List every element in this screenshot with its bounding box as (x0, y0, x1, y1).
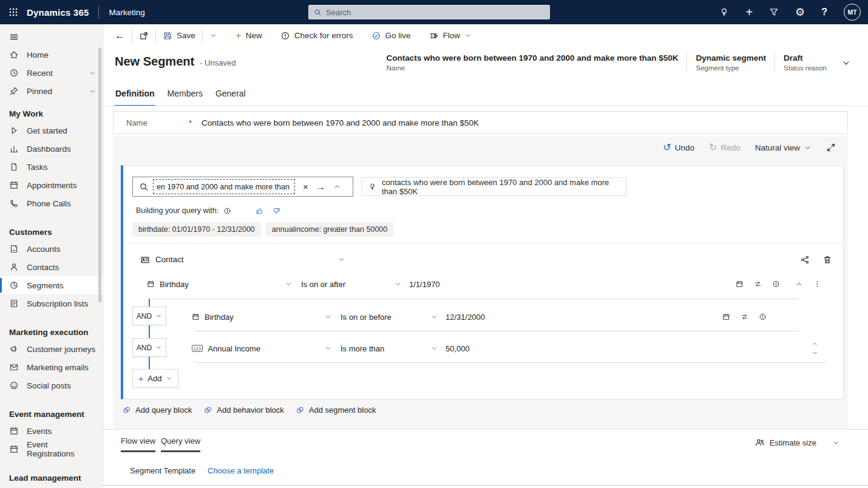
user-avatar[interactable]: MT (844, 4, 861, 21)
collapse-row-button[interactable] (790, 280, 808, 288)
tab-definition[interactable]: Definition (115, 86, 155, 106)
switch-value-type-button[interactable] (735, 313, 753, 320)
stepper-up-button[interactable] (812, 341, 818, 347)
operator-selector[interactable]: Is on or before (341, 312, 392, 321)
operator-dropdown-chevron[interactable] (430, 313, 438, 320)
megaphone-icon (9, 344, 19, 354)
condition-value[interactable]: 12/31/2000 (446, 312, 485, 321)
sidebar-item-segments[interactable]: Segments (0, 276, 103, 294)
field-dropdown-chevron[interactable] (324, 313, 332, 320)
insights-button[interactable] (719, 7, 729, 17)
field-name: Birthday (205, 312, 234, 321)
entity-name[interactable]: Contact (155, 255, 184, 264)
chevron-down-icon[interactable] (89, 87, 97, 95)
go-live-button[interactable]: Go live (365, 24, 418, 47)
sidebar-item-marketing-emails[interactable]: Marketing emails (0, 358, 103, 376)
collapse-search-button[interactable] (333, 183, 341, 191)
sidebar-item-home[interactable]: Home (0, 46, 103, 64)
sidebar-item-contacts[interactable]: Contacts (0, 258, 103, 276)
sidebar-item-event-registrations[interactable]: Event Registrations (0, 440, 103, 458)
segment-designer: ↺ Undo ↻ Redo Natural view × → (113, 137, 848, 429)
name-field-value[interactable]: Contacts who were born between 1970 and … (202, 118, 479, 127)
field-selector[interactable]: 123 Annual Income (192, 344, 260, 353)
help-button[interactable]: ? (821, 7, 827, 17)
add-query-block-button[interactable]: Add query block (123, 405, 192, 415)
estimate-size-button[interactable]: Estimate size (755, 438, 840, 447)
stepper-down-button[interactable] (812, 350, 818, 356)
global-search[interactable] (308, 5, 550, 19)
sidebar-item-events[interactable]: Events (0, 422, 103, 440)
save-menu-button[interactable] (203, 24, 224, 47)
field-selector[interactable]: Birthday (147, 279, 189, 288)
row-info-button[interactable] (767, 280, 785, 288)
back-button[interactable]: ← (108, 24, 132, 47)
filter-button[interactable] (769, 7, 779, 17)
info-icon[interactable] (223, 207, 231, 215)
nl-query-input[interactable] (153, 179, 295, 194)
expand-icon (826, 143, 836, 152)
sidebar-item-accounts[interactable]: Accounts (0, 240, 103, 258)
condition-value[interactable]: 50,000 (446, 344, 470, 353)
field-dropdown-chevron[interactable] (324, 344, 332, 352)
settings-button[interactable]: ⚙ (795, 7, 805, 18)
query-view-tab[interactable]: Query view (161, 436, 200, 452)
sidebar-item-phone-calls[interactable]: Phone Calls (0, 194, 103, 212)
sidebar-item-get-started[interactable]: Get started (0, 121, 103, 140)
thumbs-up-button[interactable] (256, 207, 263, 215)
add-condition-button[interactable]: + Add (132, 369, 178, 388)
operator-selector[interactable]: Is more than (341, 344, 384, 353)
sidebar-item-social-posts[interactable]: Social posts (0, 376, 103, 395)
sidebar-item-appointments[interactable]: Appointments (0, 176, 103, 194)
add-behavior-block-button[interactable]: Add behavior block (204, 405, 284, 415)
logical-operator-dropdown[interactable]: AND (132, 338, 166, 357)
add-segment-block-button[interactable]: Add segment block (296, 405, 376, 415)
row-info-button[interactable] (753, 313, 771, 320)
app-name[interactable]: Marketing (109, 8, 144, 17)
operator-dropdown-chevron[interactable] (430, 344, 438, 352)
save-button[interactable]: Save (156, 24, 202, 47)
sidebar-scrollbar[interactable] (98, 47, 101, 302)
view-mode-dropdown[interactable]: Natural view (750, 143, 816, 152)
submit-query-button[interactable]: → (316, 182, 325, 191)
field-selector[interactable]: Birthday (192, 312, 234, 321)
open-in-new-window-button[interactable] (132, 24, 155, 47)
sidebar-item-recent[interactable]: Recent (0, 64, 103, 82)
check-for-errors-button[interactable]: Check for errors (274, 24, 360, 47)
operator-selector[interactable]: Is on or after (301, 279, 345, 288)
thumbs-down-button[interactable] (273, 207, 280, 215)
date-picker-button[interactable] (717, 313, 735, 320)
global-search-input[interactable] (326, 8, 544, 17)
choose-template-link[interactable]: Choose a template (208, 466, 274, 475)
relationship-button[interactable] (800, 255, 810, 265)
entity-dropdown-button[interactable] (337, 256, 345, 263)
chevron-down-icon[interactable] (89, 69, 97, 77)
field-dropdown-chevron[interactable] (285, 280, 293, 288)
redo-button[interactable]: ↻ Redo (704, 143, 745, 152)
condition-value[interactable]: 1/1/1970 (409, 279, 440, 288)
row-more-button[interactable] (808, 280, 826, 288)
logical-operator-dropdown[interactable]: AND (132, 307, 166, 325)
chevron-down-icon (324, 344, 332, 352)
flow-button[interactable]: Flow (422, 24, 480, 47)
sidebar-item-subscription-lists[interactable]: Subscription lists (0, 294, 103, 313)
tab-general[interactable]: General (215, 86, 246, 106)
sidebar-item-tasks[interactable]: Tasks (0, 158, 103, 176)
flow-view-tab[interactable]: Flow view (121, 436, 155, 452)
quick-create-button[interactable]: + (745, 6, 753, 18)
clear-query-button[interactable]: × (303, 182, 308, 191)
expand-designer-button[interactable] (821, 143, 841, 152)
waffle-menu-button[interactable] (0, 0, 27, 24)
sidebar-item-customer-journeys[interactable]: Customer journeys (0, 340, 103, 358)
tab-members[interactable]: Members (167, 86, 203, 106)
date-picker-button[interactable] (730, 280, 748, 288)
sidebar-item-dashboards[interactable]: Dashboards (0, 140, 103, 158)
delete-block-button[interactable] (822, 255, 832, 265)
undo-button[interactable]: ↺ Undo (658, 143, 699, 152)
sidebar-item-pinned[interactable]: Pinned (0, 82, 103, 100)
switch-value-type-button[interactable] (748, 280, 767, 288)
header-expand-button[interactable] (841, 58, 851, 68)
new-button[interactable]: + New (229, 24, 269, 47)
sitemap-toggle-button[interactable] (0, 24, 103, 46)
query-suggestion[interactable]: contacts who were born between 1970 and … (361, 177, 626, 196)
operator-dropdown-chevron[interactable] (394, 280, 402, 288)
